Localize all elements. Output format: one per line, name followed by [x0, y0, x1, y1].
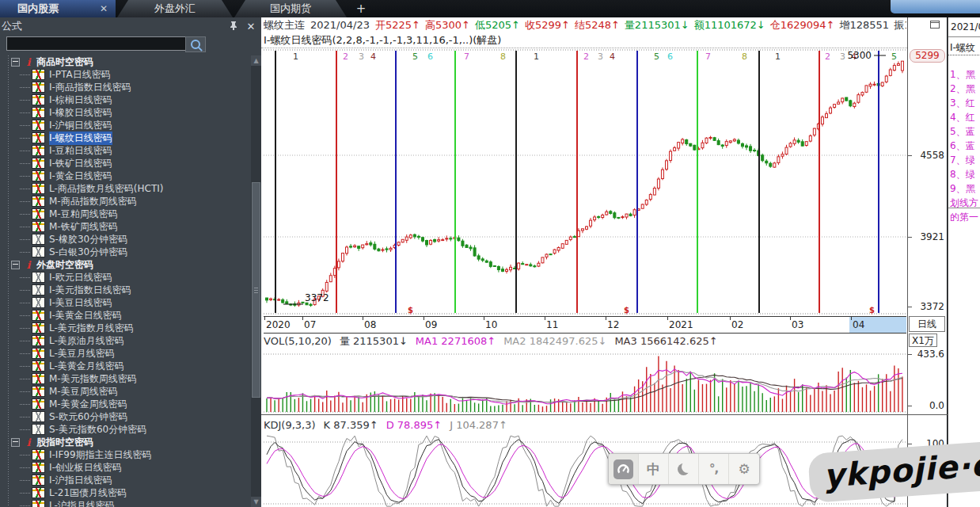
- tree-item[interactable]: S-白银30分钟密码: [0, 246, 250, 258]
- tree-item[interactable]: M-美黄金周线密码: [0, 398, 250, 410]
- ime-settings-button[interactable]: ⚙: [729, 454, 759, 484]
- tree-item[interactable]: L-美黄金月线密码: [0, 360, 250, 372]
- tree-item[interactable]: L-美元指数月线密码: [0, 322, 250, 334]
- quote-field: 仓1629094↑: [770, 19, 835, 31]
- candlestick-chart[interactable]: 12345678123456781234553003372$$$: [264, 49, 906, 315]
- tab-domestic-futures[interactable]: 国内期货: [234, 0, 347, 17]
- scroll-up-icon[interactable]: ▲: [251, 55, 261, 66]
- svg-text:$: $: [408, 306, 413, 314]
- sidebar-scrollbar[interactable]: ▲ ▼: [251, 55, 261, 507]
- formula-chart-icon: [32, 94, 45, 105]
- svg-text:1: 1: [293, 51, 298, 62]
- tree-item[interactable]: I-美黄金日线密码: [0, 309, 250, 322]
- tree-item[interactable]: I-沪指日线密码: [0, 474, 250, 486]
- tree-item[interactable]: M-美豆周线密码: [0, 385, 250, 398]
- indicator-value: VOL(5,10,20): [264, 335, 332, 347]
- kdj-chart[interactable]: [264, 433, 906, 507]
- collapse-icon[interactable]: [11, 58, 20, 67]
- tree-item[interactable]: M-美元指数周线密码: [0, 372, 250, 385]
- sidebar-header: 公式 ✕: [0, 17, 261, 35]
- tree-item[interactable]: M-铁矿周线密码: [0, 220, 250, 233]
- tree-item[interactable]: I-美元指数日线密码: [0, 284, 250, 296]
- formula-chart-icon: [32, 272, 45, 283]
- time-label: 2020: [266, 319, 291, 330]
- tree-connector: [20, 379, 30, 379]
- formula-chart-icon: [32, 449, 45, 460]
- indicator-value: KDJ(9,3,3): [264, 419, 316, 431]
- tree-item[interactable]: L-沪指月线密码: [0, 499, 250, 507]
- collapse-icon[interactable]: [11, 261, 20, 269]
- scroll-down-icon[interactable]: ▼: [251, 497, 261, 507]
- tree-item[interactable]: I-PTA日线密码: [0, 68, 250, 81]
- divider: [908, 414, 948, 415]
- tab-domestic-stocks[interactable]: 国内股票 ✕: [0, 0, 116, 17]
- tree-item[interactable]: I-铁矿日线密码: [0, 157, 250, 170]
- ime-punctuation-button[interactable]: °,: [699, 454, 729, 484]
- tree-item-label: I-PTA日线密码: [49, 68, 111, 82]
- formula-chart-icon: [32, 246, 45, 257]
- ime-fullwidth-button[interactable]: [669, 454, 699, 484]
- formula-chart-icon: [32, 183, 45, 194]
- close-icon[interactable]: ✕: [100, 3, 108, 14]
- quote-field: 量2115301↓: [625, 19, 689, 31]
- tab-label: 外盘外汇: [154, 2, 196, 16]
- tree-item[interactable]: L-商品指数月线密码(HCTI): [0, 182, 250, 195]
- tree-item[interactable]: I-IF99期指主连日线密码: [0, 448, 250, 461]
- tree-item[interactable]: M-豆粕周线密码: [0, 208, 250, 220]
- tree-item[interactable]: L-美豆月线密码: [0, 347, 250, 360]
- formula-chart-icon: [32, 297, 45, 308]
- tree-item[interactable]: S-橡胶30分钟密码: [0, 233, 250, 246]
- tree-item-label: S-橡胶30分钟密码: [49, 233, 127, 246]
- tree-item[interactable]: I-欧元日线密码: [0, 271, 250, 284]
- tree-group[interactable]: i外盘时空密码: [0, 258, 250, 271]
- restore-window-icon[interactable]: [930, 21, 940, 29]
- tab-forex[interactable]: 外盘外汇: [117, 0, 233, 17]
- divider: [948, 208, 980, 208]
- axis-label: 100: [908, 438, 944, 449]
- tree-item[interactable]: I-黄金日线密码: [0, 170, 250, 182]
- tree-item[interactable]: L-美原油月线密码: [0, 334, 250, 347]
- tree-item-label: I-美元指数日线密码: [49, 284, 131, 297]
- tree-item[interactable]: I-创业板日线密码: [0, 461, 250, 474]
- formula-chart-icon: [32, 196, 45, 207]
- quote-field: 结5248↑: [575, 19, 620, 31]
- tree-item[interactable]: S-欧元60分钟密码: [0, 410, 250, 423]
- close-icon[interactable]: ✕: [241, 21, 261, 32]
- formula-sidebar: 公式 ✕ i商品时空密码I-PTA日线密码I-商品指数日线密码I-棕榈日线密码I…: [0, 17, 261, 507]
- svg-text:7: 7: [705, 51, 711, 62]
- tree-group[interactable]: i股指时空密码: [0, 436, 250, 448]
- search-button[interactable]: [185, 36, 206, 52]
- axis-tick: [606, 317, 606, 320]
- tree-item[interactable]: I-螺纹日线密码: [0, 132, 250, 144]
- tree-item[interactable]: I-豆粕日线密码: [0, 144, 250, 157]
- volume-chart[interactable]: [264, 349, 906, 414]
- tree-item[interactable]: S-美元指数60分钟密码: [0, 423, 250, 436]
- formula-group-icon: i: [23, 436, 34, 448]
- ime-language-button[interactable]: 中: [639, 454, 669, 484]
- time-axis[interactable]: 20200708091011122021020304: [264, 316, 906, 334]
- tree-item-label: M-美元指数周线密码: [49, 372, 137, 386]
- formula-chart-icon: [32, 120, 45, 131]
- period-selector[interactable]: 日线: [909, 316, 945, 332]
- tree-item-label: L-21国债月线密码: [49, 486, 127, 500]
- volume-unit-label: X1万: [909, 334, 937, 347]
- formula-group-icon: i: [23, 259, 34, 271]
- axis-tick: [545, 317, 545, 320]
- formula-chart-icon: [32, 500, 45, 507]
- tree-item[interactable]: I-美豆日线密码: [0, 296, 250, 309]
- tree-group[interactable]: i商品时空密码: [0, 55, 250, 68]
- tree-item[interactable]: L-21国债月线密码: [0, 486, 250, 499]
- pin-icon[interactable]: [226, 21, 241, 32]
- analysis-list-item: 5、蓝: [950, 125, 975, 139]
- new-tab-button[interactable]: +: [353, 0, 369, 17]
- tree-item[interactable]: I-沪铜日线密码: [0, 119, 250, 132]
- collapse-icon[interactable]: [11, 438, 20, 447]
- svg-text:1: 1: [775, 51, 781, 62]
- tree-item[interactable]: I-橡胶日线密码: [0, 106, 250, 119]
- tree-item[interactable]: I-商品指数日线密码: [0, 81, 250, 93]
- scrollbar-thumb[interactable]: [252, 182, 260, 398]
- ime-indicator-button[interactable]: [609, 454, 639, 484]
- formula-search-input[interactable]: [6, 36, 187, 51]
- tree-item[interactable]: I-棕榈日线密码: [0, 93, 250, 106]
- tree-item[interactable]: M-商品指数周线密码: [0, 195, 250, 208]
